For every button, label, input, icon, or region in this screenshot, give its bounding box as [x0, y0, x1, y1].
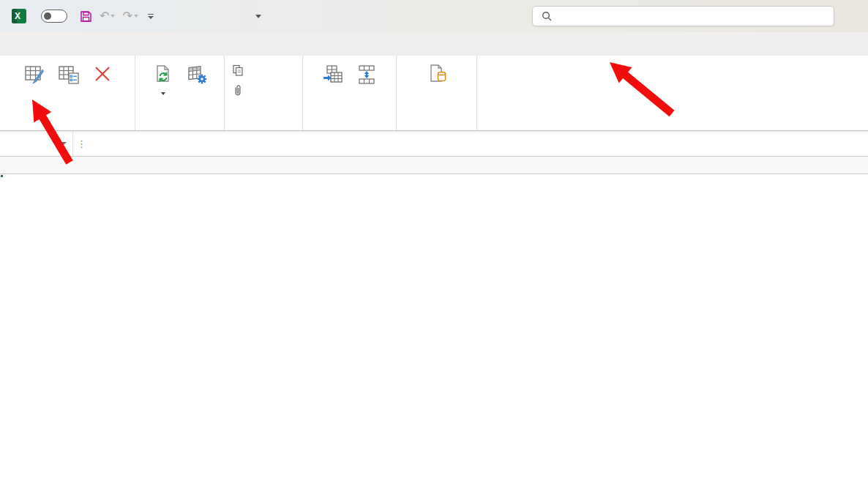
delete-x-icon [91, 62, 113, 87]
name-box-chevron-icon [61, 142, 67, 145]
duplicate-icon [232, 64, 244, 76]
ribbon-tab-strip [0, 32, 868, 56]
insert-function-button[interactable] [122, 131, 138, 156]
name-box[interactable] [0, 131, 73, 156]
load-to-table-gear-icon [185, 62, 209, 87]
gear [197, 75, 206, 84]
carregar-para-button[interactable] [181, 60, 213, 91]
worksheet-grid [0, 157, 868, 174]
merge-tables-icon [322, 62, 344, 87]
editar-button[interactable] [19, 60, 51, 91]
formula-input[interactable] [138, 131, 868, 156]
excel-window: ↶ ↷ [0, 0, 868, 486]
undo-dropdown-icon [111, 15, 115, 18]
search-box[interactable] [532, 6, 834, 26]
referencia-button[interactable] [229, 83, 251, 97]
cancel-button[interactable] [90, 131, 106, 156]
group-label-editar [4, 124, 133, 130]
formula-bar: ⋮ [0, 131, 868, 157]
paperclip-icon [232, 84, 244, 96]
excluir-button[interactable] [86, 60, 119, 91]
ribbon-group-editar [3, 56, 135, 130]
ribbon-group-compartilhar [397, 56, 477, 130]
undo-button[interactable]: ↶ [97, 9, 117, 23]
toggle-knob [44, 12, 51, 20]
group-label-compartilhar [398, 124, 475, 130]
ribbon-group-carregar [135, 56, 225, 130]
append-tables-icon [356, 62, 378, 87]
redo-button[interactable]: ↷ [120, 9, 140, 23]
fill-handle[interactable] [0, 174, 4, 178]
acrescentar-button[interactable] [351, 60, 383, 91]
customize-bar-icon [148, 14, 154, 15]
quick-access-toolbar: ↶ ↷ [78, 9, 154, 24]
undo-icon: ↶ [100, 10, 109, 22]
export-connection-file-icon [426, 62, 448, 87]
title-bar: ↶ ↷ [0, 0, 868, 32]
edit-table-icon [24, 62, 46, 87]
enter-button[interactable] [106, 131, 122, 156]
ribbon-group-combinar [303, 56, 397, 130]
atualizar-dropdown-icon [161, 92, 165, 95]
ribbon-group-reutilizar [225, 56, 303, 130]
refresh-preview-icon [152, 62, 174, 87]
table-properties-icon [58, 62, 80, 87]
column-headers [0, 157, 868, 174]
save-button[interactable] [78, 9, 94, 24]
exportar-arquivo-conexao-button[interactable] [421, 60, 453, 91]
autosave-control [35, 10, 67, 23]
excel-logo-icon [12, 9, 26, 23]
group-label-combinar [304, 124, 394, 130]
search-icon [542, 11, 552, 21]
atualizar-button[interactable] [147, 60, 179, 97]
mesclar-button[interactable] [317, 60, 349, 91]
propriedades-button[interactable] [53, 60, 85, 91]
active-cell-selection [0, 174, 3, 177]
customize-quick-access-button[interactable] [148, 14, 154, 19]
document-title[interactable] [239, 15, 261, 18]
chevron-down-icon [255, 15, 261, 18]
save-icon [80, 10, 92, 23]
group-label-carregar [137, 124, 222, 130]
autosave-toggle[interactable] [41, 10, 67, 23]
formula-bar-resize-handle[interactable]: ⋮ [73, 131, 90, 156]
ribbon [0, 56, 868, 131]
redo-icon: ↷ [122, 10, 132, 22]
customize-chevron-icon [148, 16, 154, 19]
redo-dropdown-icon [134, 15, 138, 18]
group-label-reutilizar [226, 124, 301, 130]
duplicar-button[interactable] [229, 63, 251, 78]
